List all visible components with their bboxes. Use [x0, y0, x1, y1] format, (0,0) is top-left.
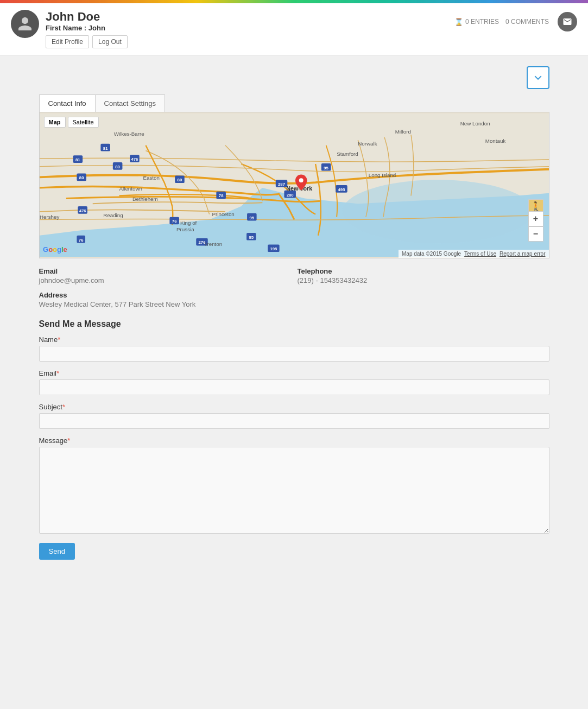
zoom-out-button[interactable]: −: [528, 226, 543, 242]
svg-text:476: 476: [131, 157, 138, 162]
email-label: Email: [39, 267, 291, 275]
svg-text:280: 280: [286, 193, 294, 198]
telephone-field-display: Telephone (219) - 154353432432: [298, 267, 549, 284]
name-required: *: [58, 335, 60, 344]
avatar: [11, 10, 39, 38]
svg-text:Allentown: Allentown: [119, 186, 142, 192]
svg-text:Prussia: Prussia: [176, 226, 194, 232]
svg-text:76: 76: [172, 219, 176, 224]
user-info: John Doe First Name : John Edit Profile …: [46, 10, 128, 48]
google-logo: Google: [43, 244, 73, 256]
address-field-display: Address Wesley Medical Center, 577 Park …: [39, 291, 549, 308]
name-input[interactable]: [39, 346, 549, 362]
subject-field-label: Subject*: [39, 403, 549, 411]
map-report-link[interactable]: Report a map error: [500, 251, 545, 257]
svg-text:95: 95: [249, 216, 254, 220]
svg-text:81: 81: [75, 157, 80, 162]
svg-text:95: 95: [324, 166, 328, 170]
svg-text:Long Island: Long Island: [368, 173, 396, 179]
email-field-display: Email johndoe@upme.com: [39, 267, 291, 284]
svg-text:80: 80: [79, 176, 84, 181]
svg-text:Stamford: Stamford: [337, 151, 358, 157]
message-form-group: Message*: [39, 436, 549, 535]
svg-text:Trenton: Trenton: [204, 242, 222, 248]
svg-text:Hershey: Hershey: [40, 214, 59, 220]
svg-text:Montauk: Montauk: [485, 138, 505, 144]
entries-stat: ⌛ 0 ENTRIES: [454, 18, 499, 26]
map-zoom-controls: + −: [528, 211, 543, 242]
scroll-btn-container: [39, 66, 549, 89]
edit-profile-button[interactable]: Edit Profile: [46, 35, 89, 48]
email-form-group: Email*: [39, 369, 549, 395]
map-overlay-controls: Map Satellite: [44, 117, 99, 128]
zoom-in-button[interactable]: +: [528, 211, 543, 226]
comments-stat: 0 COMMENTS: [505, 18, 549, 26]
map-data-text: Map data ©2015 Google: [402, 251, 461, 257]
subject-required: *: [62, 403, 65, 411]
map-container: 80 476 81 80 81 80 78 95 280 287 95 495: [39, 112, 549, 258]
svg-text:Princeton: Princeton: [212, 211, 234, 217]
svg-text:476: 476: [79, 208, 86, 213]
telephone-value: (219) - 154353432432: [298, 276, 549, 284]
svg-text:Google: Google: [43, 245, 67, 254]
send-button[interactable]: Send: [39, 543, 75, 560]
svg-point-2: [342, 180, 533, 244]
comments-count: 0 COMMENTS: [505, 18, 549, 26]
svg-text:80: 80: [115, 164, 120, 169]
first-name-line: First Name : John: [46, 24, 128, 32]
svg-text:95: 95: [249, 235, 254, 240]
telephone-label: Telephone: [298, 267, 549, 275]
message-required: *: [67, 436, 70, 445]
svg-text:Easton: Easton: [143, 175, 159, 181]
tab-contact-settings[interactable]: Contact Settings: [96, 95, 165, 112]
header-right: ⌛ 0 ENTRIES 0 COMMENTS: [454, 10, 577, 31]
entries-count: 0 ENTRIES: [465, 18, 499, 26]
email-icon-button[interactable]: [558, 12, 577, 31]
stats: ⌛ 0 ENTRIES 0 COMMENTS: [454, 18, 549, 26]
message-section: Send Me a Message Name* Email* Subject*: [39, 319, 549, 560]
svg-text:195: 195: [270, 247, 277, 252]
subject-input[interactable]: [39, 413, 549, 429]
email-value: johndoe@upme.com: [39, 276, 291, 284]
svg-text:Norwalk: Norwalk: [358, 141, 377, 147]
scroll-down-button[interactable]: [527, 66, 549, 89]
email-field-label: Email*: [39, 369, 549, 377]
svg-text:80: 80: [177, 178, 182, 183]
svg-text:78: 78: [218, 194, 223, 199]
contact-section: Email johndoe@upme.com Telephone (219) -…: [39, 258, 549, 568]
svg-text:495: 495: [338, 187, 345, 192]
message-section-title: Send Me a Message: [39, 319, 549, 329]
email-required: *: [56, 369, 59, 377]
header-left: John Doe First Name : John Edit Profile …: [11, 10, 128, 48]
svg-text:New London: New London: [460, 121, 490, 126]
user-name: John Doe: [46, 10, 128, 24]
map-footer: Map data ©2015 Google Terms of Use Repor…: [399, 250, 549, 258]
svg-text:76: 76: [78, 238, 83, 243]
address-value: Wesley Medical Center, 577 Park Street N…: [39, 300, 549, 308]
name-field-label: Name*: [39, 335, 549, 344]
subject-form-group: Subject*: [39, 403, 549, 429]
map-view-button[interactable]: Map: [44, 117, 66, 128]
rss-icon: ⌛: [454, 18, 463, 26]
svg-text:Wilkes-Barre: Wilkes-Barre: [113, 131, 144, 137]
message-textarea[interactable]: [39, 447, 549, 534]
svg-text:King of: King of: [180, 220, 197, 226]
svg-text:Reading: Reading: [103, 212, 123, 218]
satellite-view-button[interactable]: Satellite: [68, 117, 99, 128]
svg-point-57: [299, 179, 303, 183]
logout-button[interactable]: Log Out: [92, 35, 128, 48]
message-field-label: Message*: [39, 436, 549, 445]
tab-contact-info[interactable]: Contact Info: [40, 95, 96, 112]
tabs-container: Contact Info Contact Settings: [39, 94, 166, 112]
svg-text:287: 287: [278, 182, 285, 187]
email-input[interactable]: [39, 379, 549, 395]
svg-text:81: 81: [103, 146, 108, 151]
user-actions: Edit Profile Log Out: [46, 35, 128, 48]
main-content: Contact Info Contact Settings: [28, 55, 560, 579]
address-label: Address: [39, 291, 549, 299]
map-terms-link[interactable]: Terms of Use: [464, 251, 496, 257]
contact-grid: Email johndoe@upme.com Telephone (219) -…: [39, 267, 549, 284]
name-form-group: Name*: [39, 335, 549, 362]
header: John Doe First Name : John Edit Profile …: [0, 3, 588, 55]
svg-text:Bethlehem: Bethlehem: [132, 197, 157, 202]
